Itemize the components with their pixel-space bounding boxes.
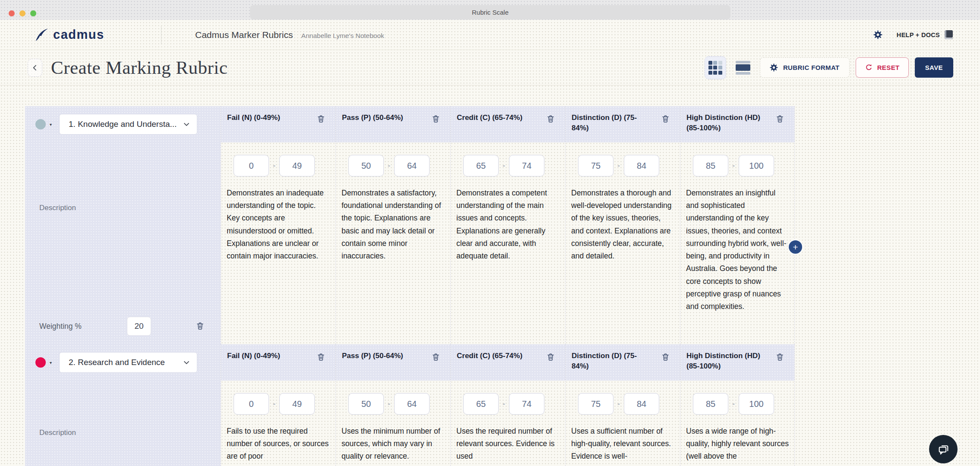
range-max-input[interactable] <box>279 393 315 415</box>
notebook-name: Annabelle Lyme's Notebook <box>301 32 384 39</box>
weighting-label: Weighting % <box>39 322 127 331</box>
range-max-input[interactable] <box>509 155 544 176</box>
range-max-input[interactable] <box>279 155 315 176</box>
level-column: Fail (N) (0-49%) - Demonstrates an ina <box>221 106 335 344</box>
delete-level-button[interactable] <box>431 114 441 124</box>
range-min-input[interactable] <box>463 155 499 176</box>
delete-level-button[interactable] <box>661 352 670 362</box>
range-row: - <box>578 155 674 176</box>
level-header: Pass (P) (50-64%) <box>336 106 450 142</box>
trash-icon <box>661 114 670 124</box>
criterion-name: 2. Research and Evidence <box>69 358 182 367</box>
level-body: - Uses the minimum number of sources, wh… <box>336 381 450 466</box>
window-zoom-button[interactable] <box>30 10 36 16</box>
range-min-input[interactable] <box>234 393 269 415</box>
trash-icon <box>316 352 326 362</box>
criterion-color-dot[interactable] <box>35 357 46 368</box>
range-max-input[interactable] <box>624 393 659 415</box>
level-description[interactable]: Demonstrates an insightful and sophistic… <box>686 187 789 313</box>
range-min-input[interactable] <box>348 393 384 415</box>
range-row: - <box>348 393 445 415</box>
range-min-input[interactable] <box>234 155 269 176</box>
range-max-input[interactable] <box>739 155 774 176</box>
level-description[interactable]: Uses a sufficient number of high-quality… <box>571 425 674 463</box>
level-column: Credit (C) (65-74%) - Uses the require <box>450 344 565 466</box>
quill-icon <box>34 27 50 43</box>
range-min-input[interactable] <box>693 393 728 415</box>
window-minimize-button[interactable] <box>19 10 25 16</box>
range-dash: - <box>728 400 739 409</box>
reset-label: RESET <box>877 64 900 71</box>
level-body: - Demonstrates an insightful and sophist… <box>680 142 794 344</box>
level-body: - Demonstrates a satisfactory, foundatio… <box>336 142 450 344</box>
delete-level-button[interactable] <box>546 114 556 124</box>
add-level-button[interactable]: + <box>789 240 802 254</box>
criterion-header: ▾ 2. Research and Evidence <box>25 344 221 381</box>
gear-icon <box>770 63 778 72</box>
refresh-icon <box>865 63 873 72</box>
delete-level-button[interactable] <box>775 352 785 362</box>
cadmus-logo[interactable]: cadmus <box>34 27 161 43</box>
level-header: Fail (N) (0-49%) <box>221 106 335 142</box>
chevron-left-icon <box>31 63 39 72</box>
level-title: Pass (P) (50-64%) <box>342 351 423 381</box>
delete-criterion-button[interactable] <box>196 321 205 331</box>
criterion-row: ▾ 2. Research and Evidence Description W… <box>25 344 795 466</box>
criterion-side: Description Weighting % <box>25 381 221 466</box>
list-view-toggle[interactable] <box>732 56 754 79</box>
range-max-input[interactable] <box>394 393 430 415</box>
criterion-select[interactable]: 1. Knowledge and Understa... <box>59 114 197 135</box>
level-body: - Demonstrates a thorough and well-devel… <box>566 142 680 344</box>
delete-level-button[interactable] <box>316 114 326 124</box>
weighting-input[interactable] <box>127 317 151 336</box>
range-dash: - <box>613 400 624 409</box>
grid-view-toggle[interactable] <box>705 56 726 79</box>
level-description[interactable]: Demonstrates a thorough and well-develop… <box>571 187 674 262</box>
level-body: - Uses a sufficient number of high-quali… <box>566 381 680 466</box>
trash-icon <box>431 114 440 124</box>
level-description[interactable]: Demonstrates an inadequate understanding… <box>227 187 330 262</box>
level-description[interactable]: Uses the minimum number of sources, whic… <box>341 425 445 463</box>
trash-icon <box>546 114 555 124</box>
header-divider <box>161 25 161 44</box>
range-min-input[interactable] <box>578 393 613 415</box>
range-min-input[interactable] <box>348 155 384 176</box>
save-button[interactable]: SAVE <box>915 57 953 78</box>
window-close-button[interactable] <box>9 10 15 16</box>
chat-button[interactable] <box>929 435 958 463</box>
level-title: Credit (C) (65-74%) <box>457 113 538 142</box>
range-max-input[interactable] <box>394 155 430 176</box>
delete-level-button[interactable] <box>546 352 556 362</box>
level-description[interactable]: Demonstrates a competent understanding o… <box>456 187 560 262</box>
logo-text: cadmus <box>53 28 104 42</box>
color-caret-icon[interactable]: ▾ <box>50 122 52 127</box>
rubric-format-button[interactable]: RUBRIC FORMAT <box>760 57 850 78</box>
range-max-input[interactable] <box>624 155 659 176</box>
delete-level-button[interactable] <box>431 352 441 362</box>
delete-level-button[interactable] <box>775 114 785 124</box>
range-dash: - <box>269 400 279 409</box>
criterion-color-dot[interactable] <box>35 119 46 129</box>
level-description[interactable]: Demonstrates a satisfactory, foundationa… <box>341 187 445 262</box>
range-max-input[interactable] <box>739 393 774 415</box>
chat-bubble-icon <box>936 442 951 457</box>
settings-gear-icon[interactable] <box>873 30 882 39</box>
range-min-input[interactable] <box>693 155 728 176</box>
level-description[interactable]: Fails to use the required number of sour… <box>227 425 330 463</box>
level-header: Distinction (D) (75-84%) <box>566 106 680 142</box>
delete-level-button[interactable] <box>661 114 670 124</box>
level-body: - Fails to use the required number of so… <box>221 381 335 466</box>
help-docs-link[interactable]: HELP + DOCS <box>897 30 953 39</box>
range-min-input[interactable] <box>578 155 613 176</box>
criterion-select[interactable]: 2. Research and Evidence <box>59 352 197 373</box>
delete-level-button[interactable] <box>316 352 326 362</box>
back-button[interactable] <box>28 59 42 77</box>
range-max-input[interactable] <box>509 393 544 415</box>
browser-tab[interactable]: Rubric Scale <box>250 5 730 19</box>
color-caret-icon[interactable]: ▾ <box>50 360 52 365</box>
level-description[interactable]: Uses the required number of relevant sou… <box>456 425 560 463</box>
range-min-input[interactable] <box>463 393 499 415</box>
reset-button[interactable]: RESET <box>856 57 909 78</box>
trash-icon <box>661 352 670 362</box>
level-description[interactable]: Uses a wide range of high-quality, highl… <box>686 425 789 463</box>
